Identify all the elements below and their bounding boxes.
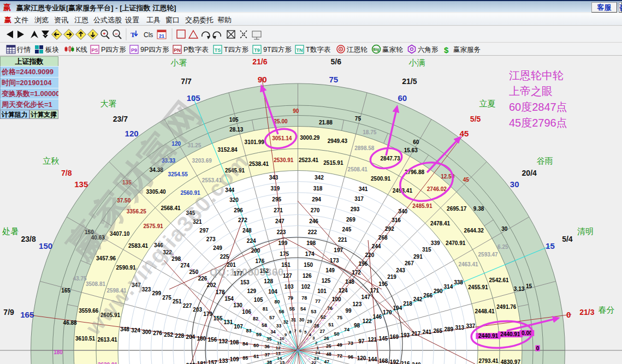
svg-text:267: 267 (405, 260, 414, 266)
svg-text:21: 21 (159, 33, 164, 39)
svg-text:$: $ (444, 45, 449, 55)
svg-text:3203.69: 3203.69 (192, 158, 212, 164)
svg-text:9.38: 9.38 (473, 206, 484, 212)
svg-text:清明: 清明 (577, 226, 594, 236)
svg-text:223: 223 (277, 229, 286, 235)
svg-text:23/8: 23/8 (21, 235, 35, 243)
svg-text:180: 180 (54, 349, 63, 355)
svg-text:342: 342 (315, 175, 324, 181)
svg-text:298: 298 (171, 256, 181, 262)
svg-text:48: 48 (326, 351, 331, 357)
svg-text:4830.97: 4830.97 (501, 359, 521, 364)
svg-text:74: 74 (344, 327, 349, 332)
svg-text:K线: K线 (76, 46, 87, 53)
svg-text:2695.17: 2695.17 (447, 206, 467, 212)
svg-text:181: 181 (197, 361, 206, 364)
svg-text:21/5: 21/5 (402, 77, 417, 86)
svg-text:121: 121 (368, 337, 377, 343)
svg-text:28.13: 28.13 (229, 127, 243, 133)
svg-text:126: 126 (303, 273, 312, 279)
svg-text:85: 85 (242, 355, 248, 361)
svg-text:小满: 小满 (408, 58, 425, 67)
svg-text:176: 176 (256, 258, 265, 264)
svg-text:149: 149 (325, 267, 335, 273)
svg-text:75: 75 (355, 116, 362, 122)
svg-text:130: 130 (233, 302, 242, 308)
svg-text:3000.29: 3000.29 (300, 135, 320, 141)
svg-text:127: 127 (283, 273, 292, 279)
svg-text:268: 268 (378, 235, 388, 241)
svg-text:60: 60 (253, 343, 259, 348)
svg-text:21/3: 21/3 (579, 308, 594, 317)
svg-text:228: 228 (175, 333, 184, 339)
svg-text:2593.47: 2593.47 (478, 252, 499, 258)
svg-text:2644.32: 2644.32 (464, 228, 484, 234)
svg-text:13: 13 (276, 351, 281, 356)
svg-text:21.88: 21.88 (319, 120, 333, 126)
svg-text:2847.73: 2847.73 (381, 156, 401, 162)
svg-text:TN: TN (297, 47, 303, 53)
svg-text:265: 265 (433, 328, 442, 334)
svg-text:29: 29 (307, 319, 312, 324)
svg-text:174: 174 (305, 251, 315, 257)
svg-text:31.25: 31.25 (187, 142, 201, 148)
svg-text:5/4: 5/4 (562, 235, 573, 243)
svg-text:295: 295 (272, 196, 281, 202)
svg-text:250: 250 (189, 269, 199, 275)
svg-text:43.75: 43.75 (73, 276, 86, 282)
svg-text:50: 50 (334, 331, 339, 337)
svg-text:132: 132 (219, 338, 228, 344)
svg-text:3610.51: 3610.51 (75, 336, 96, 342)
svg-text:348: 348 (120, 326, 129, 332)
svg-text:179: 179 (203, 311, 212, 317)
svg-text:150: 150 (304, 262, 313, 268)
svg-text:+: + (103, 31, 105, 37)
svg-text:122: 122 (363, 318, 372, 324)
svg-text:169: 169 (389, 334, 399, 340)
svg-text:2575.91: 2575.91 (143, 223, 163, 229)
svg-text:2898.58: 2898.58 (354, 145, 375, 151)
svg-text:193: 193 (400, 332, 410, 338)
svg-text:135: 135 (74, 180, 88, 189)
svg-text:225: 225 (220, 254, 229, 260)
svg-text:320: 320 (229, 197, 239, 203)
svg-text:1: 1 (316, 345, 319, 350)
svg-text:203: 203 (193, 307, 202, 313)
svg-text:57: 57 (269, 315, 275, 320)
svg-text:立秋: 立秋 (43, 156, 59, 165)
svg-text:春分: 春分 (599, 305, 615, 314)
svg-text:4: 4 (309, 332, 311, 337)
svg-text:299: 299 (152, 290, 161, 296)
svg-text:2583.41: 2583.41 (128, 243, 149, 249)
svg-text:108: 108 (230, 339, 239, 345)
svg-text:56: 56 (279, 309, 284, 314)
svg-text:202: 202 (207, 282, 216, 288)
svg-text:120: 120 (125, 129, 139, 138)
svg-text:江恩轮中轮: 江恩轮中轮 (509, 69, 564, 81)
svg-text:289: 289 (444, 326, 453, 332)
svg-text:217: 217 (411, 331, 420, 337)
svg-text:241: 241 (422, 329, 431, 335)
svg-text:赢家服务: 赢家服务 (453, 46, 481, 53)
svg-text:340: 340 (398, 208, 407, 214)
svg-text:145: 145 (378, 336, 388, 342)
svg-text:276: 276 (153, 330, 162, 336)
svg-text:38: 38 (266, 360, 272, 364)
svg-text:170: 170 (383, 309, 392, 315)
svg-text:26: 26 (324, 336, 329, 341)
svg-text:195: 195 (378, 281, 388, 287)
svg-text:199: 199 (279, 240, 288, 246)
svg-text:2: 2 (315, 341, 318, 345)
svg-text:谷雨: 谷雨 (537, 156, 553, 165)
svg-text:7/7: 7/7 (181, 77, 192, 86)
svg-text:243: 243 (396, 267, 405, 273)
svg-text:105: 105 (254, 297, 263, 303)
svg-text:221: 221 (338, 237, 347, 243)
svg-text:246: 246 (309, 218, 318, 224)
svg-text:54: 54 (300, 306, 306, 312)
svg-text:6: 6 (299, 329, 302, 333)
svg-text:338: 338 (454, 279, 463, 285)
svg-text:35: 35 (266, 336, 272, 342)
svg-text:15: 15 (526, 283, 532, 289)
svg-text:23: 23 (314, 356, 319, 361)
